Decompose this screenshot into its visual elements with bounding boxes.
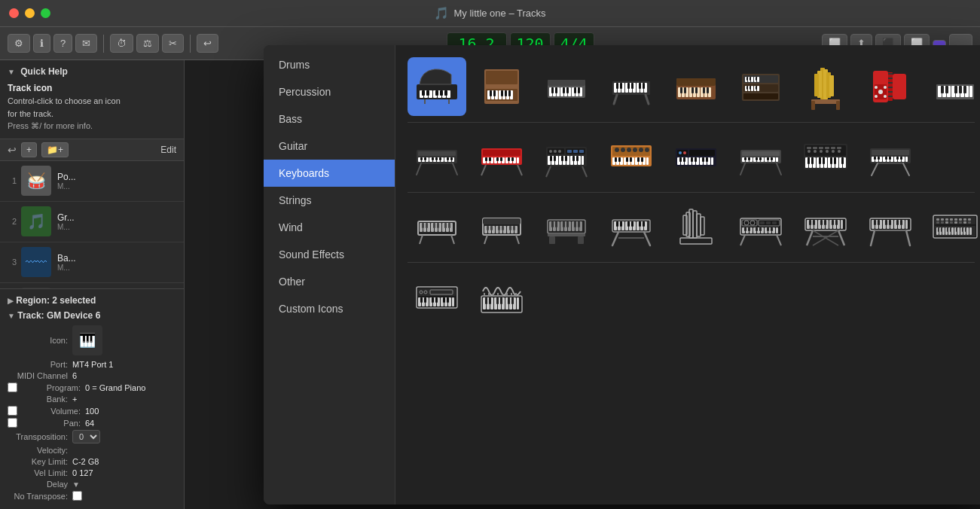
icon-synth-orange[interactable] (602, 127, 661, 186)
track-row[interactable]: 3 〰〰 Ba... M... (0, 242, 184, 283)
program-row: Program: 0 = Grand Piano (8, 383, 176, 392)
category-other[interactable]: Other (264, 268, 395, 295)
svg-rect-357 (490, 226, 493, 230)
icons-grid (395, 45, 980, 504)
icon-keyboard-outline4[interactable] (602, 197, 661, 256)
svg-point-122 (875, 86, 878, 89)
svg-point-284 (820, 150, 823, 153)
add-folder-button[interactable]: 📁+ (41, 142, 69, 157)
category-custom-icons[interactable]: Custom Icons (264, 295, 395, 322)
category-sound-effects[interactable]: Sound Effects (264, 241, 395, 268)
category-wind[interactable]: Wind (264, 214, 395, 241)
icon-keyboard-outline1[interactable] (408, 197, 466, 256)
icon-organ[interactable] (731, 57, 790, 116)
icon-keyboard-stand-outline1[interactable] (796, 197, 855, 256)
track-row[interactable]: 4 🎹 Cl... M... (0, 283, 184, 289)
svg-point-282 (808, 150, 811, 153)
svg-line-434 (777, 235, 781, 245)
svg-rect-252 (702, 157, 704, 162)
svg-rect-487 (936, 221, 939, 224)
transposition-select[interactable]: 0 (72, 430, 100, 443)
icon-digital-piano[interactable] (537, 57, 596, 116)
category-strings[interactable]: Strings (264, 187, 395, 214)
volume-checkbox[interactable] (8, 406, 17, 416)
svg-rect-98 (746, 86, 748, 90)
svg-rect-480 (941, 218, 944, 221)
svg-line-400 (644, 232, 650, 245)
maximize-button[interactable] (41, 8, 50, 18)
svg-rect-279 (825, 147, 829, 149)
svg-rect-549 (496, 297, 499, 304)
svg-rect-484 (959, 218, 962, 221)
toolbar-mixer-btn[interactable]: ⚖ (136, 34, 159, 53)
icon-studio-keyboard-outline[interactable] (408, 267, 466, 326)
svg-rect-358 (498, 226, 500, 230)
svg-rect-429 (756, 227, 758, 231)
svg-rect-134 (969, 86, 972, 97)
svg-rect-469 (878, 220, 880, 225)
icon-synth-stand-gray[interactable] (731, 127, 790, 186)
svg-rect-318 (874, 157, 876, 160)
category-percussion[interactable]: Percussion (264, 78, 395, 105)
icon-wave-keyboard-outline[interactable] (472, 267, 531, 326)
icon-electric-piano[interactable] (667, 57, 725, 116)
svg-rect-304 (834, 157, 836, 164)
svg-rect-482 (950, 218, 953, 221)
icon-keyboard-stand-outline2[interactable] (861, 197, 920, 256)
svg-rect-190 (579, 150, 584, 153)
svg-rect-548 (489, 297, 491, 304)
icon-keyboard-stand-black[interactable] (602, 57, 661, 116)
svg-line-181 (517, 165, 522, 175)
icon-synth-dark2[interactable] (667, 127, 725, 186)
svg-rect-339 (433, 223, 435, 228)
svg-line-363 (516, 235, 519, 244)
toolbar-scissors-btn[interactable]: ✂ (162, 34, 184, 53)
close-button[interactable] (9, 8, 19, 18)
icon-synth-dark1[interactable] (537, 127, 596, 186)
icon-keyboard-outline2[interactable] (472, 197, 531, 256)
icon-keyboard-outline3[interactable] (537, 197, 596, 256)
icon-accordion[interactable] (861, 57, 920, 116)
icon-synth-panel[interactable] (796, 127, 855, 186)
category-drums[interactable]: Drums (264, 51, 395, 78)
toolbar-settings-btn[interactable]: ⚙ (8, 34, 30, 53)
svg-rect-490 (950, 221, 953, 224)
program-checkbox[interactable] (8, 383, 17, 392)
pan-value: 64 (85, 419, 94, 428)
icon-white-keyboard[interactable] (926, 57, 980, 116)
volume-label: Volume: (20, 407, 81, 416)
toolbar-info-btn[interactable]: ℹ (33, 34, 50, 53)
svg-rect-445 (841, 220, 843, 229)
icon-grand-piano[interactable] (408, 57, 466, 116)
track-icon-prop: 🎹 (72, 325, 102, 355)
icon-synth-red[interactable] (472, 127, 531, 186)
icon-synth-stand3[interactable] (861, 127, 920, 186)
icon-pipe-organ[interactable] (796, 57, 855, 116)
pan-checkbox[interactable] (8, 418, 17, 428)
minimize-button[interactable] (25, 8, 35, 18)
svg-rect-513 (962, 227, 963, 232)
toolbar-back-btn[interactable]: ↩ (197, 34, 218, 53)
svg-rect-226 (646, 157, 649, 165)
toolbar-metronome-btn[interactable]: ⏱ (110, 34, 133, 53)
toolbar-help-btn[interactable]: ? (53, 34, 72, 53)
icon-synth-stand-black[interactable] (408, 127, 466, 186)
no-transpose-checkbox[interactable] (72, 491, 82, 501)
track-row[interactable]: 1 🥁 Po... M... (0, 161, 184, 202)
svg-rect-232 (641, 157, 643, 162)
svg-rect-493 (963, 221, 966, 224)
track-row[interactable]: 2 🎵 Gr... M... (0, 202, 184, 242)
toolbar-mail-btn[interactable]: ✉ (75, 34, 97, 53)
add-track-button[interactable]: + (21, 142, 37, 157)
icon-synth-outline1[interactable] (731, 197, 790, 256)
icon-organ-pipes-outline[interactable] (667, 197, 725, 256)
icon-sequencer-outline[interactable] (926, 197, 980, 256)
category-bass[interactable]: Bass (264, 105, 395, 133)
key-limit-row: Key Limit: C-2 G8 (8, 457, 176, 466)
icon-upright-piano[interactable] (472, 57, 531, 116)
category-keyboards[interactable]: Keyboards (264, 160, 395, 187)
svg-line-433 (740, 235, 745, 245)
category-guitar[interactable]: Guitar (264, 133, 395, 160)
svg-rect-489 (945, 221, 948, 224)
svg-rect-530 (420, 297, 423, 303)
